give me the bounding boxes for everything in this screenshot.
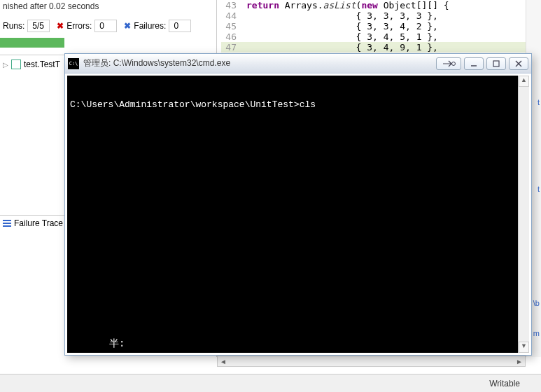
code-text: return Arrays.asList(new Object[][] { xyxy=(246,0,449,10)
code-text: { 3, 3, 4, 2 }, xyxy=(246,21,438,31)
code-line: 46 { 3, 4, 5, 1 }, xyxy=(221,31,541,42)
ruler-marker: m xyxy=(533,329,540,337)
code-line-current: 47 { 3, 4, 9, 1 }, xyxy=(221,42,541,52)
tree-expand-icon[interactable]: ▷ xyxy=(3,61,8,69)
maximize-button[interactable] xyxy=(486,57,506,70)
cmd-prompt-line: C:\Users\Administrator\workspace\UnitTes… xyxy=(70,99,515,110)
close-icon xyxy=(515,60,522,67)
minimize-icon xyxy=(470,60,477,67)
runs-label: Runs: xyxy=(3,21,24,31)
failure-icon: ✖ xyxy=(124,21,131,31)
errors-label: Errors: xyxy=(66,21,92,31)
status-writable: Writable xyxy=(489,379,520,388)
help-button[interactable] xyxy=(436,57,461,70)
junit-progress-bar xyxy=(0,38,64,48)
svg-rect-2 xyxy=(493,61,499,66)
junit-test-icon xyxy=(11,59,21,69)
code-text: { 3, 3, 3, 3 }, xyxy=(246,10,438,21)
ime-indicator: 半: xyxy=(109,337,125,350)
cmd-app-icon: C:\ xyxy=(68,58,79,69)
runs-value: 5/5 xyxy=(27,20,50,32)
cmd-console[interactable]: C:\Users\Administrator\workspace\UnitTes… xyxy=(67,76,518,353)
line-number: 46 xyxy=(221,31,237,42)
cmd-titlebar[interactable]: C:\ 管理员: C:\Windows\system32\cmd.exe xyxy=(65,54,531,74)
code-editor[interactable]: 43return Arrays.asList(new Object[][] { … xyxy=(217,0,541,52)
scroll-right-icon[interactable]: ► xyxy=(514,358,525,365)
junit-finished-label: nished after 0.02 seconds xyxy=(0,0,216,13)
cmd-body: C:\Users\Administrator\workspace\UnitTes… xyxy=(65,74,531,355)
minimize-button[interactable] xyxy=(464,57,484,70)
ruler-marker: t xyxy=(538,98,540,106)
scroll-up-icon[interactable]: ▲ xyxy=(519,76,529,87)
ruler-marker: t xyxy=(538,185,540,193)
failure-trace-icon xyxy=(3,220,11,227)
code-line: 45 { 3, 3, 4, 2 }, xyxy=(221,21,541,31)
scroll-left-icon[interactable]: ◄ xyxy=(218,358,229,365)
line-number: 47 xyxy=(221,42,237,52)
line-number: 43 xyxy=(221,0,237,10)
code-text: { 3, 4, 9, 1 }, xyxy=(246,42,438,52)
failures-label: Failures: xyxy=(134,21,166,31)
failures-stat: ✖ Failures: 0 xyxy=(124,20,191,32)
cmd-window[interactable]: C:\ 管理员: C:\Windows\system32\cmd.exe C:\… xyxy=(64,53,532,356)
test-tree-label: test.TestT xyxy=(24,59,60,69)
help-arrow-icon xyxy=(442,60,456,67)
line-number: 45 xyxy=(221,21,237,31)
status-bar: Writable xyxy=(0,374,541,392)
ruler-marker: \b xyxy=(533,299,540,307)
junit-stats-row: Runs: 5/5 ✖ Errors: 0 ✖ Failures: 0 xyxy=(0,13,216,38)
failures-value: 0 xyxy=(169,20,191,32)
error-icon: ✖ xyxy=(57,21,64,31)
scroll-down-icon[interactable]: ▼ xyxy=(519,342,529,353)
code-line: 43return Arrays.asList(new Object[][] { xyxy=(221,0,541,10)
cmd-vertical-scrollbar[interactable]: ▲ ▼ xyxy=(518,76,529,353)
window-buttons xyxy=(436,57,528,70)
runs-stat: Runs: 5/5 xyxy=(3,20,50,32)
errors-stat: ✖ Errors: 0 xyxy=(57,20,117,32)
errors-value: 0 xyxy=(94,20,117,32)
svg-point-0 xyxy=(452,62,456,65)
cmd-window-title: 管理员: C:\Windows\system32\cmd.exe xyxy=(83,57,432,69)
editor-horizontal-scrollbar[interactable]: ◄ ► xyxy=(217,356,526,367)
maximize-icon xyxy=(493,60,500,67)
code-line: 44 { 3, 3, 3, 3 }, xyxy=(221,10,541,21)
failure-trace-label: Failure Trace xyxy=(14,218,63,228)
code-text: { 3, 4, 5, 1 }, xyxy=(246,31,438,42)
close-button[interactable] xyxy=(509,57,528,70)
line-number: 44 xyxy=(221,10,237,21)
